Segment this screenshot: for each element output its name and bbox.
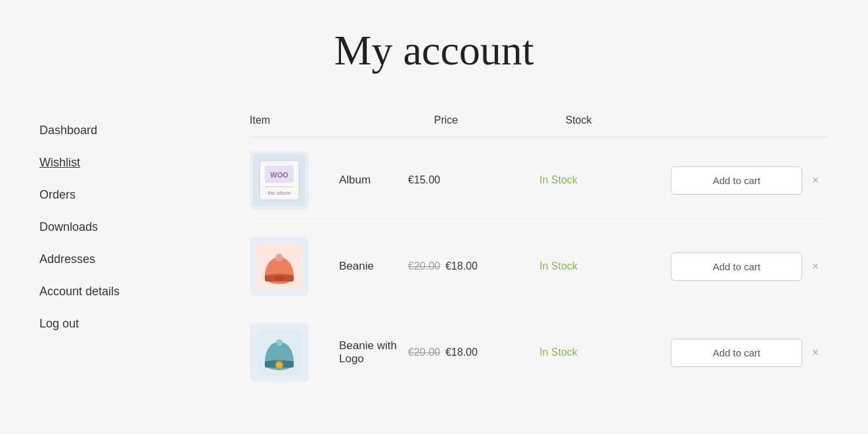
stock-status-beanie-logo: In Stock: [539, 347, 671, 358]
sidebar-item-orders[interactable]: Orders: [39, 179, 223, 211]
beanie-thumbnail-svg: [256, 243, 302, 289]
remove-button-album[interactable]: ×: [802, 174, 829, 187]
price-original-beanie-logo: €20.00: [408, 347, 440, 358]
content-layout: Dashboard Wishlist Orders Downloads Addr…: [39, 114, 829, 396]
price-sale-beanie-logo: €18.00: [445, 347, 478, 358]
sidebar-item-dashboard[interactable]: Dashboard: [39, 114, 223, 147]
remove-button-beanie[interactable]: ×: [802, 260, 829, 274]
album-thumbnail-svg: WOO the album: [253, 154, 306, 206]
svg-point-18: [277, 362, 282, 368]
sidebar: Dashboard Wishlist Orders Downloads Addr…: [39, 114, 250, 396]
wishlist-header: Item Price Stock: [250, 114, 829, 137]
product-name-album: Album: [329, 174, 408, 187]
sidebar-item-account-details[interactable]: Account details: [39, 276, 223, 308]
add-to-cart-button-beanie[interactable]: Add to cart: [671, 253, 802, 281]
table-row: WOO the album Album €15.00 In Stock Add …: [250, 137, 829, 224]
price-original-beanie: €20.00: [408, 260, 440, 272]
remove-button-beanie-logo[interactable]: ×: [802, 346, 829, 360]
svg-point-16: [276, 339, 283, 346]
col-header-item: Item: [250, 114, 434, 126]
product-name-beanie: Beanie: [329, 260, 408, 273]
stock-status-album: In Stock: [539, 174, 671, 186]
wishlist-table: Item Price Stock WOO the album Album: [250, 114, 829, 396]
table-row: Beanie €20.00€18.00 In Stock Add to cart…: [250, 224, 829, 310]
page-wrapper: My account Dashboard Wishlist Orders Dow…: [0, 0, 868, 422]
product-thumbnail-beanie: [250, 237, 309, 296]
product-name-beanie-logo: Beanie with Logo: [329, 339, 408, 366]
product-price-beanie-logo: €20.00€18.00: [408, 347, 539, 358]
product-thumbnail-album: WOO the album: [250, 151, 309, 210]
sidebar-item-wishlist[interactable]: Wishlist: [39, 147, 223, 179]
stock-status-beanie: In Stock: [539, 260, 671, 272]
page-title: My account: [39, 26, 829, 75]
svg-text:WOO: WOO: [270, 171, 288, 179]
svg-point-10: [275, 254, 283, 262]
svg-text:the album: the album: [267, 190, 290, 196]
sidebar-item-downloads[interactable]: Downloads: [39, 211, 223, 243]
beanie-logo-thumbnail-svg: [256, 329, 302, 375]
product-thumbnail-beanie-logo: [250, 323, 309, 382]
sidebar-item-addresses[interactable]: Addresses: [39, 243, 223, 276]
product-price-beanie: €20.00€18.00: [408, 260, 539, 272]
add-to-cart-button-album[interactable]: Add to cart: [671, 166, 802, 195]
col-header-price: Price: [434, 114, 566, 126]
price-sale-beanie: €18.00: [445, 260, 478, 272]
table-row: Beanie with Logo €20.00€18.00 In Stock A…: [250, 310, 829, 396]
sidebar-item-log-out[interactable]: Log out: [39, 308, 223, 340]
add-to-cart-button-beanie-logo[interactable]: Add to cart: [671, 339, 802, 367]
svg-rect-11: [275, 276, 284, 281]
product-price-album: €15.00: [408, 174, 539, 186]
col-header-stock: Stock: [566, 114, 697, 126]
